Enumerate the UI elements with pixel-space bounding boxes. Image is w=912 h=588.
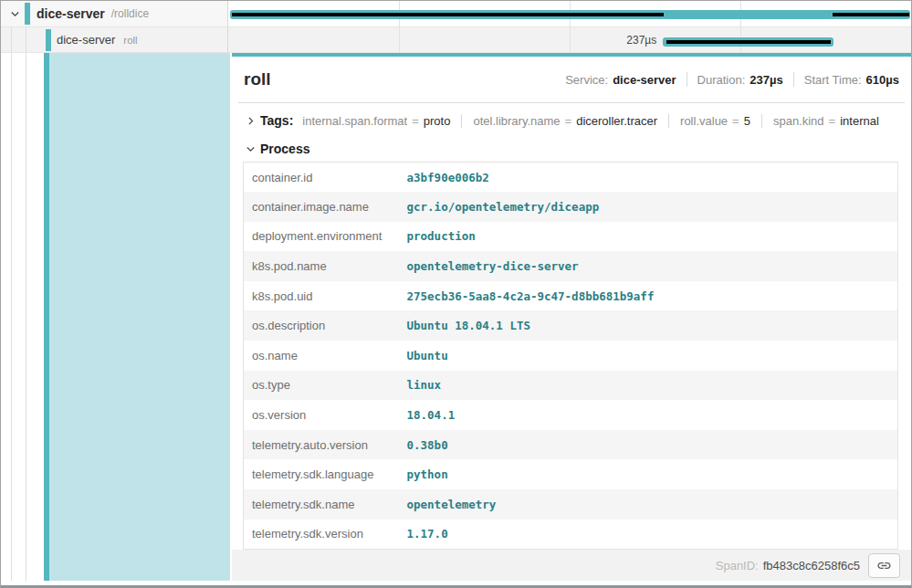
duration-label: Duration: xyxy=(697,73,746,87)
detail-footer: SpanID: fb483c8c6258f6c5 xyxy=(232,550,911,581)
process-table-wrap: container.ida3bf90e006b2 container.image… xyxy=(232,162,911,550)
kv-value: opentelemetry xyxy=(399,489,898,520)
indent-guide xyxy=(11,27,12,52)
kv-value: opentelemetry-dice-server xyxy=(399,251,898,281)
key-value-table: container.ida3bf90e006b2 container.image… xyxy=(243,162,898,550)
kv-key: os.version xyxy=(244,400,399,430)
kv-key: deployment.environment xyxy=(244,222,399,252)
span-detail-row: roll Service: dice-server Duration: 237µ… xyxy=(1,53,911,581)
tag-equals: = xyxy=(824,114,841,128)
chevron-down-icon xyxy=(244,142,257,155)
tag-divider xyxy=(461,114,462,128)
spanid-value: fb483c8c6258f6c5 xyxy=(763,559,860,572)
tag-value: 5 xyxy=(744,114,750,128)
table-row: telemetry.sdk.languagepython xyxy=(244,459,898,489)
indent-guide xyxy=(26,53,26,581)
kv-key: os.type xyxy=(244,371,399,401)
tag-value: internal xyxy=(840,114,879,128)
kv-key: os.name xyxy=(244,341,399,371)
kv-key: telemetry.sdk.language xyxy=(244,459,399,489)
kv-key: telemetry.sdk.name xyxy=(244,489,399,520)
operation-name: /rolldice xyxy=(111,7,149,20)
table-row: container.image.namegcr.io/opentelemetry… xyxy=(244,192,898,222)
table-row: container.ida3bf90e006b2 xyxy=(244,163,898,193)
process-section-label: Process xyxy=(260,142,309,156)
table-row: k8s.pod.nameopentelemetry-dice-server xyxy=(244,251,898,281)
span-detail-panel: roll Service: dice-server Duration: 237µ… xyxy=(232,53,911,581)
process-accordion-toggle[interactable]: Process xyxy=(232,136,911,162)
kv-value: 0.38b0 xyxy=(399,430,898,460)
service-color-swatch xyxy=(25,3,30,25)
table-row: telemetry.auto.version0.38b0 xyxy=(244,430,898,460)
trace-detail-view: dice-server /rolldice dice-server roll 2… xyxy=(0,0,912,588)
tag-key: otel.library.name xyxy=(473,114,560,128)
kv-value: Ubuntu 18.04.1 LTS xyxy=(399,310,898,341)
tag-key: roll.value xyxy=(680,114,728,128)
critical-path-segment xyxy=(666,40,831,44)
critical-path-segment xyxy=(232,13,663,16)
tag-key: internal.span.format xyxy=(302,114,407,128)
detail-highlight-column xyxy=(49,53,230,581)
span-title: roll xyxy=(244,69,271,89)
table-row: telemetry.sdk.version1.17.0 xyxy=(244,520,898,550)
span-duration-label: 237µs xyxy=(228,27,661,52)
kv-key: container.image.name xyxy=(244,192,399,222)
kv-value: 275ecb36-5aa8-4c2a-9c47-d8bb681b9aff xyxy=(399,281,898,311)
span-row-roll[interactable]: dice-server roll 237µs xyxy=(1,27,911,53)
detail-header: roll Service: dice-server Duration: 237µ… xyxy=(238,57,905,103)
meta-divider xyxy=(687,72,687,87)
table-row: telemetry.sdk.nameopentelemetry xyxy=(244,489,898,520)
tag-equals: = xyxy=(561,114,577,128)
timeline-track-rolldice xyxy=(228,1,911,27)
kv-value: 1.17.0 xyxy=(399,520,898,550)
service-color-swatch xyxy=(46,29,51,51)
table-row: os.typelinux xyxy=(244,371,898,401)
tag-value: diceroller.tracer xyxy=(576,114,657,128)
kv-value: Ubuntu xyxy=(399,341,898,371)
meta-divider xyxy=(793,72,794,87)
table-row: os.version18.04.1 xyxy=(244,400,898,430)
tags-summary: internal.span.format=proto otel.library.… xyxy=(302,114,879,128)
link-icon xyxy=(876,558,892,573)
table-row: deployment.environmentproduction xyxy=(244,222,898,252)
indent-guide xyxy=(26,27,26,52)
start-time-value: 610µs xyxy=(866,73,899,87)
span-bar-roll[interactable] xyxy=(663,37,833,47)
kv-key: telemetry.sdk.version xyxy=(244,520,399,550)
kv-key: k8s.pod.name xyxy=(244,251,399,281)
service-name: dice-server xyxy=(57,33,115,47)
table-row: os.descriptionUbuntu 18.04.1 LTS xyxy=(244,310,898,341)
kv-value: python xyxy=(399,459,898,489)
kv-value: 18.04.1 xyxy=(399,400,898,430)
table-row: os.nameUbuntu xyxy=(244,341,898,371)
chevron-right-icon xyxy=(244,114,257,127)
indent-guide xyxy=(11,53,12,581)
kv-value: a3bf90e006b2 xyxy=(399,163,898,193)
span-name-cell-roll[interactable]: dice-server roll xyxy=(1,27,228,53)
tag-equals: = xyxy=(728,114,744,128)
service-label: Service: xyxy=(565,73,608,87)
chevron-down-icon[interactable] xyxy=(8,7,21,20)
tags-section-label: Tags: xyxy=(260,113,293,128)
kv-key: k8s.pod.uid xyxy=(244,281,399,311)
kv-key: container.id xyxy=(244,163,399,193)
service-value: dice-server xyxy=(613,73,676,87)
tag-key: span.kind xyxy=(773,114,824,128)
table-row: k8s.pod.uid275ecb36-5aa8-4c2a-9c47-d8bb6… xyxy=(244,281,898,311)
kv-value: linux xyxy=(399,371,898,401)
span-bar-rolldice[interactable] xyxy=(230,10,910,19)
tag-value: proto xyxy=(424,114,451,128)
span-name-cell-rolldice[interactable]: dice-server /rolldice xyxy=(1,1,228,27)
span-row-rolldice[interactable]: dice-server /rolldice xyxy=(1,1,911,27)
kv-value: production xyxy=(399,222,898,252)
tag-equals: = xyxy=(407,114,424,128)
span-meta: Service: dice-server Duration: 237µs Sta… xyxy=(565,72,899,87)
critical-path-segment xyxy=(833,13,908,16)
tag-divider xyxy=(761,114,762,128)
tags-accordion-toggle[interactable]: Tags: internal.span.format=proto otel.li… xyxy=(232,103,911,136)
kv-key: os.description xyxy=(244,310,399,341)
kv-value: gcr.io/opentelemetry/diceapp xyxy=(399,192,898,222)
copy-link-button[interactable] xyxy=(868,553,900,578)
timeline-track-roll: 237µs xyxy=(228,27,911,53)
start-time-label: Start Time: xyxy=(804,73,862,87)
